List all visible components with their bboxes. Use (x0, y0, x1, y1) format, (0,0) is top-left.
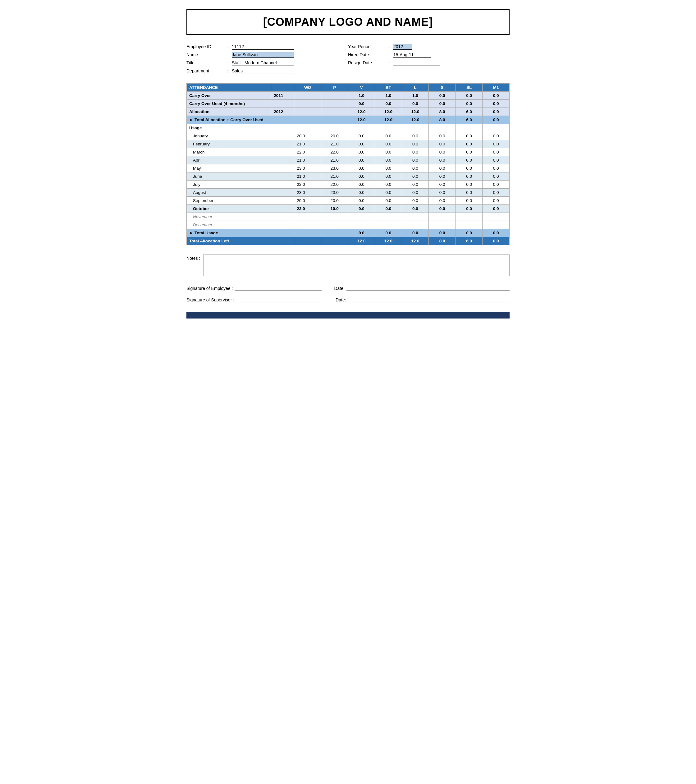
employee-signature-row: Signature of Employee : Date: (186, 286, 510, 291)
row-label: January (187, 132, 294, 140)
company-name: [COMPANY LOGO AND NAME] (190, 16, 506, 29)
table-row: ► Total Allocation + Carry Over Used 12.… (187, 116, 510, 124)
table-row: Usage (187, 124, 510, 132)
row-label: May (187, 165, 294, 173)
employee-dept-label: Department (186, 68, 224, 73)
table-row: September 20.0 20.0 0.0 0.0 0.0 0.0 0.0 … (187, 197, 510, 205)
year-period-label: Year Period (348, 44, 385, 49)
supervisor-date-label: Date: (336, 297, 346, 302)
footer-bar (186, 312, 510, 318)
supervisor-sig-label: Signature of Supervisor : (186, 297, 234, 302)
row-label: March (187, 148, 294, 156)
col-sl: SL (456, 84, 482, 92)
table-header-row: ATTENDANCE WD P V BT L S SL M1 (187, 84, 510, 92)
supervisor-date-line[interactable] (348, 297, 510, 302)
employee-title-label: Title (186, 60, 224, 65)
signature-section: Signature of Employee : Date: Signature … (186, 286, 510, 302)
attendance-table: ATTENDANCE WD P V BT L S SL M1 Carry Ove… (186, 83, 510, 245)
table-row: Allocation 2012 12.0 12.0 12.0 8.0 6.0 0… (187, 108, 510, 116)
employee-title-value[interactable]: Staff - Modern Channel (232, 60, 294, 66)
table-row: June 21.0 21.0 0.0 0.0 0.0 0.0 0.0 0.0 (187, 173, 510, 181)
table-row: April 21.0 21.0 0.0 0.0 0.0 0.0 0.0 0.0 (187, 156, 510, 165)
employee-name-value[interactable]: Jane Sullivan (232, 52, 294, 58)
employee-title-row: Title : Staff - Modern Channel (186, 60, 348, 66)
table-row: Total Allocation Left 12.0 12.0 12.0 8.0… (187, 237, 510, 245)
row-label: October (187, 205, 294, 213)
col-l: L (402, 84, 429, 92)
col-v: V (348, 84, 375, 92)
row-label: November (187, 213, 294, 221)
table-row: May 23.0 23.0 0.0 0.0 0.0 0.0 0.0 0.0 (187, 165, 510, 173)
employee-date-label: Date: (334, 286, 344, 291)
row-label: July (187, 181, 294, 189)
table-row: December (187, 221, 510, 229)
row-year: 2012 (271, 108, 294, 116)
col-s: S (429, 84, 456, 92)
row-label: ► Total Allocation + Carry Over Used (187, 116, 294, 124)
notes-section: Notes : (186, 255, 510, 276)
col-year (271, 84, 294, 92)
supervisor-signature-row: Signature of Supervisor : Date: (186, 297, 510, 302)
row-label: Carry Over Used (4 months) (187, 100, 294, 108)
row-label: Carry Over (187, 92, 271, 100)
table-row: October 23.0 10.0 0.0 0.0 0.0 0.0 0.0 0.… (187, 205, 510, 213)
info-left: Employee ID : 11112 Name : Jane Sullivan… (186, 44, 348, 74)
row-year: 2011 (271, 92, 294, 100)
row-label: April (187, 156, 294, 165)
year-period-row: Year Period : 2012 (348, 44, 510, 50)
employee-id-value[interactable]: 11112 (232, 44, 294, 50)
resign-date-label: Resign Date (348, 60, 385, 65)
table-row: August 23.0 23.0 0.0 0.0 0.0 0.0 0.0 0.0 (187, 189, 510, 197)
col-bt: BT (375, 84, 402, 92)
hired-date-label: Hired Date (348, 52, 385, 57)
row-label: Usage (187, 124, 294, 132)
row-label: June (187, 173, 294, 181)
table-row: Carry Over Used (4 months) 0.0 0.0 0.0 0… (187, 100, 510, 108)
company-header: [COMPANY LOGO AND NAME] (186, 9, 510, 35)
row-label: Allocation (187, 108, 271, 116)
row-label: February (187, 140, 294, 148)
table-row: March 22.0 22.0 0.0 0.0 0.0 0.0 0.0 0.0 (187, 148, 510, 156)
row-label: December (187, 221, 294, 229)
notes-box[interactable] (203, 255, 510, 276)
row-label: ► Total Usage (187, 229, 294, 237)
notes-label: Notes : (186, 255, 200, 261)
table-row: July 22.0 22.0 0.0 0.0 0.0 0.0 0.0 0.0 (187, 181, 510, 189)
table-row: November (187, 213, 510, 221)
table-row: ► Total Usage 0.0 0.0 0.0 0.0 0.0 0.0 (187, 229, 510, 237)
table-row: January 20.0 20.0 0.0 0.0 0.0 0.0 0.0 0.… (187, 132, 510, 140)
row-label: Total Allocation Left (187, 237, 294, 245)
table-row: Carry Over 2011 1.0 1.0 1.0 0.0 0.0 0.0 (187, 92, 510, 100)
hired-date-row: Hired Date : 15-Aug-11 (348, 52, 510, 58)
col-attendance: ATTENDANCE (187, 84, 271, 92)
employee-name-label: Name (186, 52, 224, 57)
employee-id-label: Employee ID (186, 44, 224, 49)
info-right: Year Period : 2012 Hired Date : 15-Aug-1… (348, 44, 510, 74)
employee-name-row: Name : Jane Sullivan (186, 52, 348, 58)
table-row: February 21.0 21.0 0.0 0.0 0.0 0.0 0.0 0… (187, 140, 510, 148)
employee-dept-row: Department : Sales (186, 68, 348, 74)
employee-dept-value[interactable]: Sales (232, 68, 294, 74)
resign-date-row: Resign Date : (348, 60, 510, 66)
employee-sig-label: Signature of Employee : (186, 286, 233, 291)
row-label: September (187, 197, 294, 205)
employee-date-line[interactable] (346, 286, 510, 291)
employee-id-row: Employee ID : 11112 (186, 44, 348, 50)
col-m1: M1 (482, 84, 510, 92)
row-label: August (187, 189, 294, 197)
supervisor-sig-line[interactable] (236, 297, 323, 302)
resign-date-value[interactable] (393, 60, 440, 66)
col-wd: WD (294, 84, 321, 92)
hired-date-value[interactable]: 15-Aug-11 (393, 52, 431, 58)
year-period-value[interactable]: 2012 (393, 44, 412, 50)
col-p: P (321, 84, 348, 92)
employee-sig-line[interactable] (235, 286, 322, 291)
employee-info-section: Employee ID : 11112 Name : Jane Sullivan… (186, 44, 510, 74)
